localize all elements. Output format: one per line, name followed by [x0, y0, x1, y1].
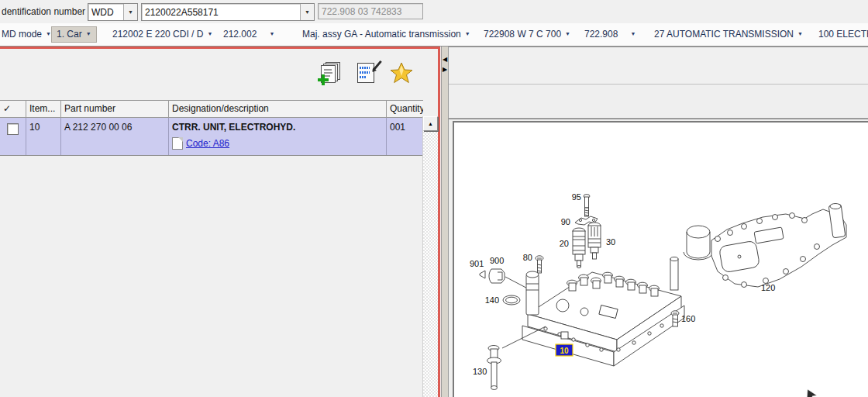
callout-30[interactable]: 30: [606, 237, 615, 247]
chevron-down-icon[interactable]: ▼: [300, 4, 314, 20]
illustration-canvas[interactable]: 95 90 20 30 80 901 900 140 130 160 120 1…: [453, 121, 868, 397]
chevron-down-icon: ▼: [465, 31, 470, 36]
parts-toolbar: [0, 49, 422, 97]
nav-model[interactable]: 212002 E 220 CDI / D▼: [112, 29, 212, 40]
vin-combobox[interactable]: 2120022A558171 ▼: [141, 3, 315, 21]
callout-120[interactable]: 120: [761, 283, 775, 292]
designation-text: CTRR. UNIT, ELECTROHYD.: [172, 122, 386, 133]
nav-subgroup[interactable]: 100 ELECTRO: [818, 29, 868, 40]
navigation-bar: MD mode▼ 1. Car▼ 212002 E 220 CDI / D▼ 2…: [0, 23, 868, 47]
region-code-value: WDD: [88, 7, 123, 18]
identification-bar: dentification number WDD ▼ 2120022A55817…: [0, 0, 868, 23]
vin-value: 2120022A558171: [142, 7, 300, 18]
header-item: Item...: [26, 101, 61, 117]
parts-table-header: ✓ Item... Part number Designation/descri…: [0, 100, 423, 118]
parts-table: ✓ Item... Part number Designation/descri…: [0, 100, 423, 156]
chevron-down-icon: ▼: [797, 31, 803, 36]
code-link[interactable]: Code: A86: [186, 138, 229, 149]
aggregate-number-field: 722.908 03 742833: [318, 3, 423, 19]
table-row[interactable]: 10 A 212 270 00 06 CTRR. UNIT, ELECTROHY…: [0, 118, 423, 156]
callout-130[interactable]: 130: [473, 367, 487, 376]
illustration-pane: 95 90 20 30 80 901 900 140 130 160 120 1…: [449, 47, 868, 397]
identification-label: dentification number: [2, 6, 85, 17]
callout-95[interactable]: 95: [572, 192, 581, 202]
callout-90[interactable]: 90: [561, 217, 570, 226]
chevron-down-icon: ▼: [86, 31, 91, 36]
scroll-up-button[interactable]: ▲: [423, 116, 438, 131]
callout-10-selected[interactable]: 10: [560, 347, 569, 355]
nav-major-assembly-label: Maj. assy GA - Automatic transmission: [302, 29, 461, 40]
edit-annotation-icon[interactable]: [354, 61, 377, 85]
header-part-number: Part number: [61, 101, 169, 117]
illustration-header-strip: [449, 85, 868, 119]
nav-car-selector[interactable]: 1. Car▼: [51, 26, 97, 43]
callout-140[interactable]: 140: [485, 295, 499, 305]
callout-900[interactable]: 900: [490, 256, 504, 265]
region-code-combobox[interactable]: WDD ▼: [88, 3, 138, 21]
chevron-down-icon: ▼: [565, 31, 570, 36]
cursor-arrow-icon: [807, 389, 817, 397]
nav-model-label: 212002 E 220 CDI / D: [112, 29, 203, 40]
cell-designation: CTRR. UNIT, ELECTROHYD. Code: A86: [169, 118, 387, 155]
nav-car-label: 1. Car: [57, 29, 82, 40]
epc-window: dentification number WDD ▼ 2120022A55817…: [0, 0, 868, 397]
collapse-left-icon[interactable]: ◀: [442, 54, 448, 64]
add-document-icon[interactable]: [319, 61, 342, 85]
header-quantity: Quantity: [387, 101, 423, 117]
nav-transmission-code[interactable]: 722.908▼: [584, 29, 636, 40]
nav-major-assembly[interactable]: Maj. assy GA - Automatic transmission▼: [302, 29, 470, 40]
parts-list-pane: ✓ Item... Part number Designation/descri…: [0, 47, 440, 397]
chevron-down-icon: ▼: [269, 31, 274, 36]
cell-quantity: 001: [387, 118, 423, 155]
cell-part-number: A 212 270 00 06: [61, 118, 169, 155]
collapse-right-icon[interactable]: ▶: [442, 64, 448, 74]
callout-160[interactable]: 160: [681, 314, 695, 323]
nav-group-label: 27 AUTOMATIC TRANSMISSION: [654, 29, 794, 40]
nav-md-mode[interactable]: MD mode▼: [2, 29, 51, 40]
cell-item: 10: [26, 118, 61, 155]
nav-md-mode-label: MD mode: [2, 29, 42, 40]
nav-group[interactable]: 27 AUTOMATIC TRANSMISSION▼: [654, 29, 803, 40]
document-icon: [172, 137, 183, 150]
callout-20[interactable]: 20: [560, 239, 569, 248]
vertical-scrollbar[interactable]: ▲: [422, 116, 438, 397]
header-check: ✓: [0, 101, 26, 117]
header-designation: Designation/description: [169, 101, 387, 117]
row-checkbox[interactable]: [7, 123, 19, 135]
chevron-down-icon[interactable]: ▼: [123, 4, 137, 20]
nav-transmission-model[interactable]: 722908 W 7 C 700▼: [484, 29, 570, 40]
favorites-star-icon[interactable]: [390, 61, 413, 85]
nav-transmission-model-label: 722908 W 7 C 700: [484, 29, 561, 40]
chevron-down-icon: ▼: [46, 31, 51, 36]
selected-callout-badge[interactable]: 10: [556, 344, 573, 356]
callout-80[interactable]: 80: [523, 253, 532, 262]
pane-splitter[interactable]: ◀ ▶: [441, 47, 449, 397]
nav-subgroup-label: 100 ELECTRO: [818, 29, 868, 40]
illustration-toolbar-strip: [449, 47, 868, 85]
nav-transmission-code-label: 722.908: [584, 29, 618, 40]
callout-901[interactable]: 901: [470, 259, 484, 268]
nav-model-code[interactable]: 212.002▼: [223, 29, 274, 40]
chevron-down-icon: ▼: [630, 31, 636, 36]
nav-model-code-label: 212.002: [223, 29, 257, 40]
aggregate-number-value: 722.908 03 742833: [322, 6, 401, 17]
chevron-down-icon: ▼: [207, 31, 212, 36]
